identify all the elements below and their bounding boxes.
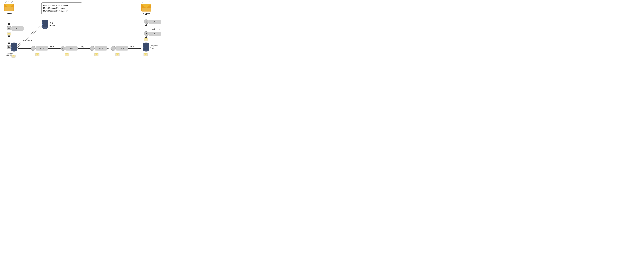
svg-marker-122 (141, 4, 151, 8)
diagram: MTA: Message Transfer Agent MUA: Message… (0, 0, 161, 68)
svg-text:Mail inbox: Mail inbox (152, 28, 160, 30)
svg-text:E: E (146, 21, 147, 23)
svg-point-12 (7, 26, 11, 30)
svg-rect-115 (148, 20, 161, 24)
svg-rect-84 (116, 53, 120, 56)
svg-marker-70 (65, 53, 69, 55)
svg-rect-9 (4, 7, 14, 11)
svg-point-99 (144, 49, 144, 50)
svg-rect-29 (11, 48, 17, 50)
svg-point-113 (144, 19, 148, 24)
svg-text:C: C (113, 47, 114, 49)
svg-point-46 (42, 27, 48, 29)
svg-rect-42 (42, 23, 48, 26)
svg-rect-92 (143, 46, 149, 48)
svg-rect-17 (7, 32, 11, 35)
svg-rect-7 (4, 4, 14, 11)
svg-point-96 (143, 49, 149, 51)
svg-rect-123 (142, 7, 151, 11)
svg-rect-105 (144, 38, 148, 41)
svg-text:Mail Server: Mail Server (6, 55, 14, 57)
svg-text:MTA: MTA (70, 47, 73, 49)
svg-rect-0 (42, 2, 82, 15)
svg-text:MUA: Message User Agent: MUA: Message User Agent (43, 7, 65, 9)
svg-point-27 (11, 47, 17, 49)
svg-point-24 (11, 45, 17, 47)
svg-point-47 (42, 22, 43, 22)
svg-marker-78 (94, 53, 98, 55)
svg-point-31 (12, 45, 12, 45)
svg-text:Sender: Sender (6, 12, 12, 14)
svg-point-43 (42, 25, 48, 27)
svg-rect-102 (144, 53, 148, 56)
svg-point-57 (31, 46, 36, 51)
svg-marker-8 (4, 4, 14, 8)
svg-point-97 (144, 45, 144, 45)
svg-point-91 (143, 45, 149, 47)
svg-marker-85 (116, 53, 120, 55)
svg-point-80 (111, 46, 116, 51)
svg-text:MIX Record: MIX Record (23, 40, 32, 42)
svg-rect-67 (65, 46, 78, 50)
svg-rect-95 (143, 48, 149, 50)
svg-text:DNS: DNS (50, 22, 54, 24)
svg-text:MTA: MTA (40, 47, 44, 49)
svg-text:relay: relay (20, 48, 24, 50)
svg-text:C: C (32, 47, 34, 49)
svg-text:Server: Server (50, 24, 55, 26)
svg-rect-75 (94, 46, 107, 50)
svg-line-53 (17, 26, 42, 48)
svg-text:relay: relay (50, 46, 54, 48)
svg-text:MTA: Message Transfer Agent: MTA: Message Transfer Agent (43, 4, 68, 6)
svg-rect-121 (141, 4, 151, 11)
svg-rect-109 (148, 31, 161, 36)
svg-marker-37 (12, 55, 16, 56)
svg-point-73 (90, 46, 94, 51)
svg-rect-14 (11, 26, 24, 30)
svg-point-32 (12, 47, 12, 48)
svg-text:relay: relay (80, 46, 84, 48)
svg-rect-59 (36, 46, 48, 50)
svg-rect-61 (36, 53, 39, 56)
svg-point-48 (42, 24, 43, 25)
svg-rect-69 (65, 53, 69, 56)
svg-text:Receiver: Receiver (143, 12, 150, 14)
svg-point-22 (11, 42, 17, 44)
svg-point-44 (42, 25, 48, 27)
svg-text:C: C (62, 47, 64, 49)
svg-text:↓: ↓ (145, 0, 146, 3)
svg-point-93 (143, 47, 149, 49)
svg-text:MTA: MTA (150, 47, 154, 49)
svg-point-65 (60, 46, 65, 51)
svg-point-40 (42, 22, 48, 24)
svg-point-49 (42, 26, 43, 27)
svg-rect-45 (42, 26, 48, 28)
svg-rect-89 (143, 43, 149, 46)
svg-text:B: B (8, 46, 10, 48)
svg-rect-23 (11, 43, 17, 46)
svg-point-28 (11, 47, 17, 49)
svg-text:C: C (92, 47, 93, 49)
svg-point-38 (42, 20, 48, 22)
svg-text:relay: relay (130, 46, 134, 48)
svg-text:A: A (8, 27, 10, 29)
svg-text:MTA: MTA (99, 47, 103, 49)
svg-point-107 (144, 31, 148, 36)
svg-text:MUA: MUA (153, 21, 157, 23)
svg-rect-36 (12, 55, 16, 57)
svg-text:MTA: MTA (120, 47, 124, 49)
svg-rect-39 (42, 21, 48, 23)
svg-point-25 (11, 45, 17, 47)
svg-rect-26 (11, 46, 17, 48)
svg-rect-77 (94, 53, 98, 56)
svg-text:↗: ↗ (11, 0, 13, 3)
svg-text:D: D (146, 33, 147, 35)
svg-point-98 (144, 47, 144, 48)
svg-marker-106 (144, 38, 148, 39)
svg-point-30 (11, 49, 17, 51)
svg-marker-103 (144, 53, 148, 55)
svg-marker-62 (36, 53, 39, 55)
svg-text:Recipient's: Recipient's (150, 45, 158, 47)
svg-point-41 (42, 22, 48, 24)
svg-text:↙: ↙ (5, 0, 7, 3)
